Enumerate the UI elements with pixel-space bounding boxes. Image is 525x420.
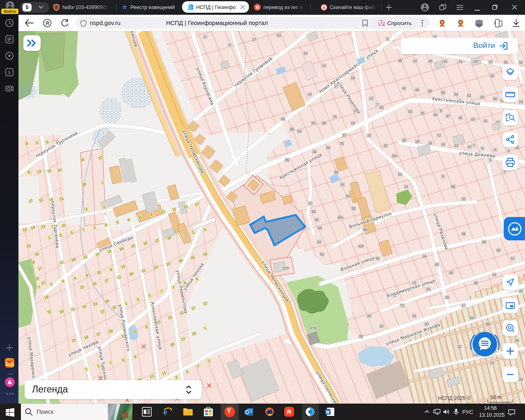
svg-text:51: 51	[511, 256, 515, 260]
svg-text:16: 16	[428, 141, 432, 145]
svg-text:27б: 27б	[283, 266, 289, 270]
svg-text:44: 44	[422, 254, 427, 258]
svg-text:Я: Я	[46, 21, 49, 26]
svg-text:20: 20	[490, 74, 494, 78]
svg-text:57: 57	[342, 133, 347, 137]
svg-text:32: 32	[467, 94, 471, 98]
svg-text:54: 54	[470, 316, 474, 320]
svg-text:5: 5	[8, 70, 11, 75]
svg-text:27: 27	[461, 304, 466, 308]
svg-text:43: 43	[471, 117, 475, 121]
svg-text:4: 4	[507, 149, 509, 153]
svg-text:20А: 20А	[391, 154, 398, 158]
svg-text:37: 37	[488, 60, 493, 64]
svg-text:86: 86	[451, 185, 455, 189]
svg-text:55: 55	[334, 170, 338, 174]
svg-text:41: 41	[458, 59, 462, 64]
svg-text:14: 14	[308, 92, 312, 96]
svg-text:24: 24	[519, 100, 523, 104]
svg-text:32: 32	[379, 324, 383, 328]
svg-text:42: 42	[402, 86, 406, 90]
svg-text:28: 28	[445, 295, 449, 299]
svg-text:47: 47	[446, 114, 450, 118]
svg-text:52: 52	[352, 206, 356, 210]
svg-text:45: 45	[482, 240, 486, 244]
svg-text:31: 31	[412, 314, 416, 318]
svg-text:3: 3	[489, 158, 491, 162]
svg-text:61: 61	[427, 287, 431, 291]
svg-text:40: 40	[435, 262, 439, 267]
svg-text:8: 8	[482, 146, 484, 151]
svg-text:49: 49	[398, 59, 402, 63]
svg-text:12: 12	[322, 64, 326, 68]
svg-text:52: 52	[320, 252, 324, 256]
svg-text:44А: 44А	[337, 215, 344, 219]
svg-text:32: 32	[461, 197, 466, 201]
svg-text:17: 17	[252, 37, 256, 41]
svg-text:56: 56	[312, 210, 316, 214]
svg-text:55: 55	[315, 218, 319, 222]
svg-text:35: 35	[504, 60, 508, 64]
svg-text:56: 56	[322, 121, 326, 125]
svg-text:22: 22	[398, 172, 402, 176]
svg-text:50: 50	[363, 228, 367, 232]
svg-text:7: 7	[376, 103, 378, 107]
svg-text:53: 53	[317, 240, 321, 244]
svg-text:7: 7	[503, 170, 505, 174]
svg-text:19: 19	[351, 76, 355, 80]
svg-text:18: 18	[415, 139, 419, 144]
svg-text:51: 51	[421, 111, 425, 115]
svg-text:85: 85	[290, 127, 294, 131]
svg-text:23: 23	[369, 96, 373, 100]
svg-text:38: 38	[474, 281, 478, 285]
svg-text:6А: 6А	[276, 33, 281, 37]
svg-text:38: 38	[461, 232, 466, 236]
svg-text:41: 41	[484, 119, 488, 123]
svg-text:54: 54	[340, 183, 345, 187]
svg-text:7: 7	[472, 144, 475, 148]
svg-text:34: 34	[311, 121, 315, 125]
svg-text:47: 47	[413, 59, 417, 63]
svg-text:8: 8	[442, 174, 444, 178]
svg-text:10: 10	[304, 51, 308, 55]
svg-text:72: 72	[437, 133, 441, 137]
svg-text:5: 5	[440, 109, 442, 113]
svg-text:32: 32	[519, 60, 523, 64]
svg-text:75: 75	[333, 115, 337, 119]
svg-text:21: 21	[490, 361, 494, 365]
svg-text:6: 6	[495, 148, 497, 152]
svg-text:56: 56	[326, 146, 330, 150]
svg-text:44: 44	[492, 273, 496, 277]
svg-text:45: 45	[519, 289, 523, 293]
svg-text:30: 30	[480, 95, 484, 99]
svg-text:20: 20	[383, 144, 388, 148]
svg-text:34: 34	[313, 150, 317, 154]
svg-text:43: 43	[443, 59, 447, 64]
svg-text:36: 36	[441, 91, 445, 95]
svg-text:27Б: 27Б	[310, 326, 317, 330]
svg-text:14: 14	[441, 142, 445, 146]
svg-text:29: 29	[519, 377, 523, 381]
svg-text:38: 38	[428, 89, 432, 93]
svg-text:17: 17	[203, 35, 207, 39]
svg-text:75: 75	[340, 142, 344, 146]
svg-text:33: 33	[367, 314, 371, 318]
svg-text:63: 63	[449, 271, 453, 275]
svg-text:33: 33	[359, 334, 363, 338]
svg-text:45: 45	[428, 59, 432, 63]
svg-text:19: 19	[515, 338, 519, 342]
svg-text:49: 49	[375, 256, 379, 260]
svg-text:45: 45	[458, 116, 462, 120]
svg-text:Я: Я	[256, 5, 259, 10]
svg-text:10: 10	[467, 145, 471, 149]
svg-text:83: 83	[297, 129, 301, 133]
svg-text:34: 34	[454, 92, 458, 96]
svg-text:8: 8	[228, 43, 231, 47]
svg-text:25: 25	[379, 105, 383, 110]
svg-text:42Б: 42Б	[358, 244, 364, 248]
svg-text:57: 57	[308, 201, 313, 205]
svg-text:85: 85	[285, 158, 289, 162]
svg-text:53: 53	[408, 110, 412, 114]
svg-text:40: 40	[415, 88, 419, 92]
svg-text:54: 54	[318, 226, 322, 230]
